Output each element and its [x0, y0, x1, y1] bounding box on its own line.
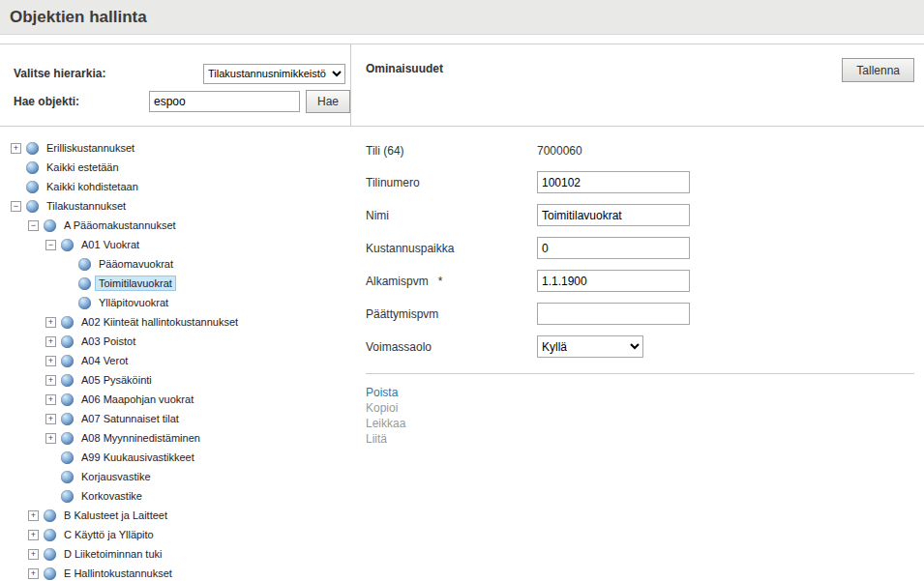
tree-item-label[interactable]: Kaikki estetään: [44, 160, 122, 174]
tree-item-label[interactable]: A06 Maapohjan vuokrat: [78, 392, 196, 406]
required-asterisk: *: [429, 275, 443, 288]
expand-icon[interactable]: +: [45, 414, 56, 424]
expand-icon[interactable]: +: [45, 433, 56, 444]
field-label-tilinumero: Tilinumero: [366, 176, 537, 189]
expand-icon[interactable]: +: [45, 317, 56, 328]
tree-item[interactable]: +A03 Poistot: [0, 332, 351, 351]
save-button[interactable]: Tallenna: [842, 58, 914, 82]
collapse-icon[interactable]: −: [28, 220, 39, 231]
tree-item-label[interactable]: E Hallintokustannukset: [61, 566, 175, 580]
tree-item[interactable]: +A08 Myynninedistäminen: [0, 428, 351, 448]
tree-item-label[interactable]: D Liiketoiminnan tuki: [61, 547, 165, 561]
expand-icon[interactable]: +: [28, 530, 39, 540]
globe-icon: [26, 142, 39, 155]
globe-icon: [61, 490, 74, 503]
tree-item-label[interactable]: A03 Poistot: [78, 334, 138, 348]
collapse-icon[interactable]: −: [45, 240, 56, 250]
expand-icon[interactable]: +: [28, 568, 39, 579]
tree-item-label[interactable]: Korjausvastike: [78, 470, 154, 483]
globe-icon: [26, 200, 39, 213]
globe-icon: [26, 161, 39, 174]
form-row-tili: Tili (64)7000060: [366, 140, 924, 160]
tree-item[interactable]: +A04 Verot: [0, 351, 351, 370]
globe-icon: [61, 393, 74, 406]
tree-item[interactable]: +B Kalusteet ja Laitteet: [0, 506, 351, 525]
tree-item-label[interactable]: Korkovastike: [78, 489, 145, 503]
expand-icon[interactable]: +: [28, 549, 39, 560]
tree-item-label[interactable]: A Pääomakustannukset: [61, 218, 179, 232]
search-button[interactable]: Hae: [306, 90, 350, 113]
form-fields: Tili (64)7000060TilinumeroNimiKustannusp…: [366, 140, 924, 358]
hierarchy-label: Valitse hierarkia:: [14, 67, 203, 80]
properties-title: Ominaisuudet: [366, 62, 443, 75]
tree-item[interactable]: +A05 Pysäköinti: [0, 370, 351, 390]
tree-item[interactable]: −A Pääomakustannukset: [0, 216, 351, 235]
tree-item[interactable]: +D Liiketoiminnan tuki: [0, 544, 351, 564]
action-item: Kopioi: [366, 401, 924, 416]
field-input-paattymispvm[interactable]: [537, 303, 690, 325]
globe-icon: [61, 239, 74, 251]
tree-item[interactable]: Kaikki kohdistetaan: [0, 177, 351, 196]
properties-panel: Tili (64)7000060TilinumeroNimiKustannusp…: [351, 127, 924, 581]
tree-item-label[interactable]: Toimitilavuokrat: [96, 276, 175, 290]
tree-item[interactable]: −Tilakustannukset: [0, 196, 351, 216]
main-area: +ErilliskustannuksetKaikki estetäänKaikk…: [0, 127, 924, 581]
search-input[interactable]: [149, 91, 300, 112]
tree-item-label[interactable]: A04 Verot: [78, 354, 131, 367]
app-header: Objektien hallinta: [0, 0, 924, 35]
expand-icon[interactable]: +: [28, 510, 39, 521]
action-link-poista[interactable]: Poista: [366, 386, 398, 399]
tree-item[interactable]: Toimitilavuokrat: [0, 274, 351, 293]
field-label-nimi: Nimi: [366, 209, 537, 222]
tree-item-label[interactable]: Pääomavuokrat: [96, 257, 176, 271]
tree-item[interactable]: +E Hallintokustannukset: [0, 564, 351, 581]
field-input-nimi[interactable]: [537, 204, 690, 226]
tree-item[interactable]: Korjausvastike: [0, 467, 351, 486]
expand-icon[interactable]: +: [45, 375, 56, 386]
field-input-alkamispvm[interactable]: [537, 270, 690, 292]
field-input-tilinumero[interactable]: [537, 171, 690, 193]
tree-item[interactable]: −A01 Vuokrat: [0, 235, 351, 254]
field-input-kustannuspaikka[interactable]: [537, 237, 690, 259]
tree-indent: [11, 182, 21, 192]
tree-item[interactable]: Pääomavuokrat: [0, 254, 351, 274]
tree-item[interactable]: Kaikki estetään: [0, 158, 351, 177]
tree-item-label[interactable]: A08 Myynninedistäminen: [78, 431, 203, 445]
search-row: Hae objekti: Hae: [14, 90, 350, 113]
tree-item[interactable]: +Erilliskustannukset: [0, 138, 351, 158]
tree-item[interactable]: A99 Kuukausivastikkeet: [0, 448, 351, 467]
globe-icon: [44, 509, 56, 522]
form-row-kustannuspaikka: Kustannuspaikka: [366, 237, 924, 259]
tree-item[interactable]: +A07 Satunnaiset tilat: [0, 409, 351, 428]
tree-indent: [63, 298, 74, 308]
tree-item[interactable]: +C Käyttö ja Ylläpito: [0, 525, 351, 544]
expand-icon[interactable]: +: [45, 336, 56, 347]
form-row-alkamispvm: Alkamispvm *: [366, 270, 924, 292]
tree-item-label[interactable]: A05 Pysäköinti: [78, 373, 155, 387]
tree-item[interactable]: +A06 Maapohjan vuokrat: [0, 390, 351, 409]
expand-icon[interactable]: +: [45, 394, 56, 405]
tree-item-label[interactable]: Erilliskustannukset: [44, 141, 137, 155]
field-select-voimassaolo[interactable]: Kyllä: [537, 335, 643, 358]
globe-icon: [61, 355, 74, 367]
collapse-icon[interactable]: −: [11, 201, 21, 212]
tree-item-label[interactable]: Ylläpitovuokrat: [96, 296, 171, 309]
hierarchy-select[interactable]: Tilakustannusnimikkeistö: [203, 64, 345, 84]
tree-item-label[interactable]: A02 Kiinteät hallintokustannukset: [78, 315, 241, 329]
tree-item-label[interactable]: A07 Satunnaiset tilat: [78, 412, 182, 425]
tree-item-label[interactable]: Kaikki kohdistetaan: [44, 180, 141, 193]
tree-indent: [63, 278, 74, 289]
globe-icon: [44, 567, 56, 580]
expand-icon[interactable]: +: [45, 356, 56, 366]
tree-item-label[interactable]: A99 Kuukausivastikkeet: [78, 450, 197, 464]
tree-item[interactable]: Korkovastike: [0, 486, 351, 506]
tree-item-label[interactable]: C Käyttö ja Ylläpito: [61, 528, 157, 541]
field-value-tili: 7000060: [537, 144, 582, 158]
expand-icon[interactable]: +: [11, 143, 21, 154]
tree-item[interactable]: +A02 Kiinteät hallintokustannukset: [0, 312, 351, 332]
tree-item-label[interactable]: B Kalusteet ja Laitteet: [61, 508, 170, 522]
tree-item[interactable]: Ylläpitovuokrat: [0, 293, 351, 312]
globe-icon: [44, 219, 56, 232]
tree-item-label[interactable]: A01 Vuokrat: [78, 238, 142, 251]
tree-item-label[interactable]: Tilakustannukset: [44, 199, 129, 213]
